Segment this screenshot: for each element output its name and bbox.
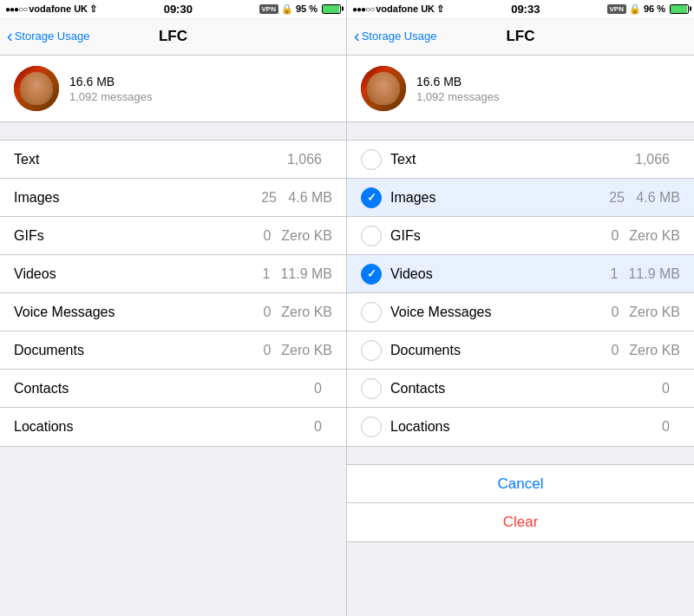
- item-label: Images: [390, 190, 604, 206]
- right-profile-info: 16.6 MB 1,092 messages: [416, 75, 499, 103]
- left-status-right: VPN 🔒 95%: [259, 3, 341, 15]
- list-item: Text 1,066: [0, 141, 346, 179]
- item-count: 0: [250, 343, 271, 358]
- item-size: Zero KB: [281, 343, 332, 358]
- item-label: Documents: [14, 343, 250, 358]
- right-back-chevron-icon: ‹: [354, 27, 360, 44]
- item-count: 25: [604, 190, 625, 206]
- clear-button[interactable]: Clear: [347, 503, 694, 541]
- left-carrier: vodafone UK: [29, 3, 88, 14]
- right-status-right: VPN 🔒 96%: [607, 3, 689, 15]
- right-nav-title: LFC: [506, 28, 534, 45]
- item-label: Videos: [390, 266, 597, 282]
- checkbox-icon[interactable]: [361, 378, 382, 399]
- list-item: Documents 0 Zero KB: [0, 331, 346, 370]
- list-item: GIFs 0 Zero KB: [0, 217, 346, 255]
- checkbox-icon[interactable]: [361, 340, 382, 361]
- left-battery-fill: [323, 5, 339, 13]
- left-panel: ●●●○○ vodafone UK ⇧ 09:30 VPN 🔒 95% ‹ St…: [0, 0, 347, 616]
- right-back-button[interactable]: ‹ Storage Usage: [354, 28, 436, 44]
- checkbox-icon[interactable]: [361, 302, 382, 323]
- left-status-left: ●●●○○ vodafone UK ⇧: [5, 3, 97, 15]
- checkbox-list-item[interactable]: Videos 1 11.9 MB: [347, 255, 694, 293]
- item-label: Voice Messages: [390, 305, 598, 320]
- right-back-label: Storage Usage: [362, 29, 437, 43]
- item-size: Zero KB: [629, 343, 680, 358]
- item-size: Zero KB: [629, 305, 680, 320]
- list-item: Voice Messages 0 Zero KB: [0, 293, 346, 331]
- list-item: Contacts 0: [0, 370, 346, 408]
- item-count: 0: [301, 419, 322, 435]
- item-label: Documents: [390, 343, 598, 358]
- checkbox-icon[interactable]: [361, 149, 382, 170]
- right-profile-header: 16.6 MB 1,092 messages: [347, 56, 694, 122]
- left-back-button[interactable]: ‹ Storage Usage: [7, 28, 89, 44]
- left-time: 09:30: [164, 3, 193, 16]
- item-label: Contacts: [14, 381, 301, 396]
- item-count: 1: [249, 266, 270, 282]
- item-count: 0: [598, 305, 619, 320]
- list-item: Images 25 4.6 MB: [0, 179, 346, 217]
- left-lock-icon: 🔒: [281, 3, 293, 15]
- cancel-button[interactable]: Cancel: [347, 465, 694, 503]
- item-count: 0: [649, 419, 670, 435]
- checkbox-list-item[interactable]: GIFs 0 Zero KB: [347, 217, 694, 255]
- item-label: Locations: [14, 419, 301, 435]
- checkbox-list-item[interactable]: Documents 0 Zero KB: [347, 331, 694, 370]
- right-profile-messages: 1,092 messages: [416, 90, 499, 103]
- right-avatar-img: [361, 66, 406, 111]
- checkbox-icon[interactable]: [361, 226, 382, 246]
- right-panel: ●●●○○ vodafone UK ⇧ 09:33 VPN 🔒 96% ‹ St…: [347, 0, 694, 616]
- right-battery-pct: 96: [644, 3, 654, 14]
- checkbox-list-item[interactable]: Text 1,066: [347, 141, 694, 179]
- left-battery-icon: [322, 4, 341, 14]
- item-count: 0: [649, 381, 670, 396]
- right-time: 09:33: [511, 3, 540, 16]
- right-signal: ●●●○○: [352, 4, 374, 14]
- item-count: 0: [250, 305, 271, 320]
- item-count: 1,066: [287, 152, 322, 167]
- left-nav-bar: ‹ Storage Usage LFC: [0, 17, 346, 56]
- right-status-left: ●●●○○ vodafone UK ⇧: [352, 3, 444, 15]
- left-back-label: Storage Usage: [15, 29, 90, 43]
- left-avatar-img: [14, 66, 59, 111]
- item-count: 0: [598, 228, 619, 244]
- checkbox-icon[interactable]: [361, 264, 382, 285]
- item-size: 11.9 MB: [280, 266, 332, 282]
- right-status-bar: ●●●○○ vodafone UK ⇧ 09:33 VPN 🔒 96%: [347, 0, 694, 17]
- item-size: Zero KB: [629, 228, 680, 244]
- item-label: Contacts: [390, 381, 649, 396]
- right-list: Text 1,066 Images 25 4.6 MB GIFs 0 Zero …: [347, 140, 694, 447]
- left-avatar: [14, 66, 59, 111]
- right-action-section: CancelClear: [347, 464, 694, 542]
- right-carrier: vodafone UK: [376, 3, 435, 14]
- left-profile-size: 16.6 MB: [69, 75, 152, 88]
- checkbox-icon[interactable]: [361, 416, 382, 437]
- checkbox-list-item[interactable]: Locations 0: [347, 408, 694, 446]
- list-item: Videos 1 11.9 MB: [0, 255, 346, 293]
- item-size: 4.6 MB: [635, 190, 680, 206]
- item-label: Voice Messages: [14, 305, 250, 320]
- item-label: Images: [14, 190, 256, 206]
- left-status-bar: ●●●○○ vodafone UK ⇧ 09:30 VPN 🔒 95%: [0, 0, 346, 17]
- right-wifi-icon: ⇧: [436, 3, 444, 15]
- right-lock-icon: 🔒: [629, 3, 641, 15]
- right-profile-size: 16.6 MB: [416, 75, 499, 88]
- checkbox-list-item[interactable]: Voice Messages 0 Zero KB: [347, 293, 694, 331]
- item-size: 11.9 MB: [628, 266, 680, 282]
- item-count: 0: [598, 343, 619, 358]
- item-label: Videos: [14, 266, 249, 282]
- left-nav-title: LFC: [159, 28, 187, 45]
- right-nav-bar: ‹ Storage Usage LFC: [347, 17, 694, 56]
- left-back-chevron-icon: ‹: [7, 27, 13, 44]
- item-count: 0: [301, 381, 322, 396]
- checkbox-icon[interactable]: [361, 187, 382, 208]
- item-label: GIFs: [14, 228, 250, 244]
- right-avatar: [361, 66, 406, 111]
- checkbox-list-item[interactable]: Contacts 0: [347, 370, 694, 408]
- item-size: 4.6 MB: [287, 190, 332, 206]
- right-battery-icon: [670, 4, 689, 14]
- checkbox-list-item[interactable]: Images 25 4.6 MB: [347, 179, 694, 217]
- right-vpn-badge: VPN: [607, 4, 626, 14]
- left-profile-messages: 1,092 messages: [69, 90, 152, 103]
